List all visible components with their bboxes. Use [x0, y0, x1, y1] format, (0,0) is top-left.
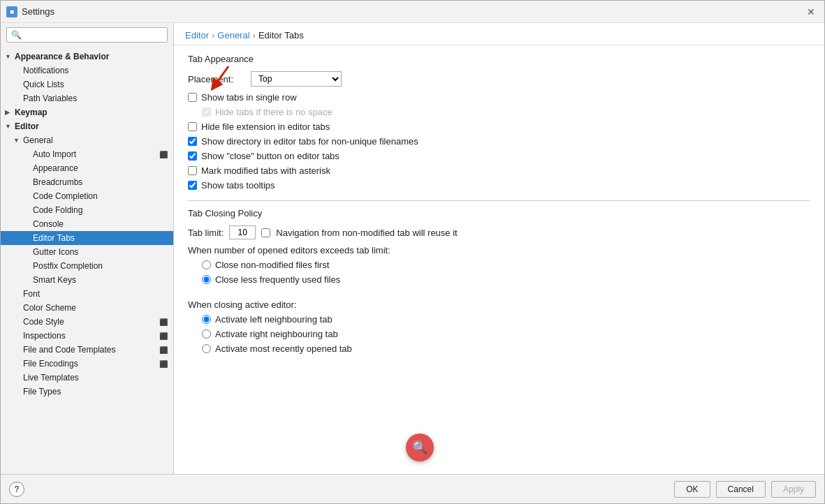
sidebar-item-label: Keymap: [15, 108, 48, 117]
sidebar-item-label: Path Variables: [23, 94, 77, 103]
title-bar-left: ■ Settings: [6, 6, 54, 17]
ok-button[interactable]: OK: [674, 481, 710, 498]
checkbox-tabs-single-row[interactable]: [188, 93, 197, 102]
checkbox-label-hide-tabs-no-space: Hide tabs if there is no space: [215, 107, 333, 117]
sidebar-item-label: File and Code Templates: [23, 345, 116, 355]
search-input[interactable]: [24, 30, 163, 40]
sidebar-item-label: Editor Tabs: [33, 233, 75, 243]
tab-limit-label: Tab limit:: [188, 228, 224, 238]
radio-label-activate-right: Activate right neighbouring tab: [215, 329, 338, 339]
sidebar-tree: ▼Appearance & BehaviorNotificationsQuick…: [1, 47, 173, 474]
sidebar-item-font[interactable]: Font: [1, 287, 173, 301]
sidebar-item-live-templates[interactable]: Live Templates: [1, 371, 173, 385]
checkbox-label-hide-file-extension: Hide file extension in editor tabs: [201, 121, 330, 132]
checkbox-mark-modified[interactable]: [188, 166, 197, 175]
sidebar-item-label: Console: [33, 219, 64, 229]
settings-dialog: ■ Settings ✕ 🔍 ▼Appearance & BehaviorNot…: [0, 0, 825, 504]
tab-limit-input[interactable]: [229, 225, 256, 239]
sidebar-item-postfix-completion[interactable]: Postfix Completion: [1, 259, 173, 273]
dialog-footer: ? OK Cancel Apply: [1, 474, 824, 503]
nav-reuse-label: Navigation from non-modified tab will re…: [276, 228, 457, 238]
radio-close-less-frequent[interactable]: [202, 275, 211, 284]
breadcrumb-editor[interactable]: Editor: [185, 30, 209, 40]
sidebar-item-code-completion[interactable]: Code Completion: [1, 189, 173, 203]
sidebar-item-auto-import[interactable]: Auto Import⬛: [1, 147, 173, 161]
app-icon: ■: [6, 6, 17, 17]
placement-select[interactable]: TopBottomLeftRightNone: [251, 71, 342, 87]
nav-reuse-checkbox[interactable]: [261, 228, 270, 237]
checkbox-row-mark-modified: Mark modified tabs with asterisk: [188, 165, 810, 176]
main-content: Editor › General › Editor Tabs Tab Appea…: [174, 23, 824, 474]
radio-label-close-non-modified: Close non-modified files first: [215, 260, 329, 270]
search-icon: 🔍: [11, 30, 22, 40]
checkbox-label-tabs-single-row: Show tabs in single row: [201, 92, 297, 103]
sidebar-item-appearance[interactable]: Appearance: [1, 161, 173, 175]
sidebar-item-label: Postfix Completion: [33, 261, 103, 271]
sidebar-item-label: Font: [23, 289, 40, 299]
closing-options: Activate left neighbouring tabActivate r…: [188, 314, 810, 354]
sidebar-item-inspections[interactable]: Inspections⬛: [1, 329, 173, 343]
checkbox-row-hide-file-extension: Hide file extension in editor tabs: [188, 121, 810, 132]
tab-limit-row: Tab limit: Navigation from non-modified …: [188, 225, 810, 239]
closing-radio-row-activate-recent: Activate most recently opened tab: [202, 343, 810, 354]
cancel-button[interactable]: Cancel: [716, 481, 766, 498]
radio-activate-recent[interactable]: [202, 344, 211, 353]
sidebar-item-file-encodings[interactable]: File Encodings⬛: [1, 357, 173, 371]
item-badge: ⬛: [159, 318, 168, 326]
sidebar-item-label: File Encodings: [23, 359, 78, 369]
sidebar-item-color-scheme[interactable]: Color Scheme: [1, 301, 173, 315]
checkbox-row-show-tooltips: Show tabs tooltips: [188, 180, 810, 191]
sidebar-item-label: File Types: [23, 387, 61, 396]
sidebar-item-label: Code Folding: [33, 205, 82, 215]
apply-button[interactable]: Apply: [771, 481, 816, 498]
sidebar-item-label: Appearance & Behavior: [15, 52, 109, 61]
item-badge: ⬛: [159, 151, 168, 158]
sidebar-item-console[interactable]: Console: [1, 217, 173, 231]
radio-label-activate-recent: Activate most recently opened tab: [215, 343, 352, 354]
radio-activate-right[interactable]: [202, 329, 211, 339]
dialog-title: Settings: [22, 6, 54, 17]
sidebar-item-notifications[interactable]: Notifications: [1, 64, 173, 77]
sidebar-item-gutter-icons[interactable]: Gutter Icons: [1, 245, 173, 259]
sidebar-item-appearance-behavior[interactable]: ▼Appearance & Behavior: [1, 50, 173, 64]
magnifier-button[interactable]: 🔍: [406, 433, 434, 461]
breadcrumb-general[interactable]: General: [217, 30, 249, 40]
checkbox-show-directory[interactable]: [188, 137, 197, 146]
sidebar-item-code-folding[interactable]: Code Folding: [1, 203, 173, 217]
checkbox-hide-file-extension[interactable]: [188, 122, 197, 131]
checkbox-label-show-directory: Show directory in editor tabs for non-un…: [201, 136, 418, 147]
radio-activate-left[interactable]: [202, 315, 211, 324]
radio-close-non-modified[interactable]: [202, 260, 211, 269]
sidebar-item-quick-lists[interactable]: Quick Lists: [1, 77, 173, 91]
checkbox-show-close-btn[interactable]: [188, 151, 197, 161]
sidebar-item-label: Notifications: [23, 66, 68, 75]
dialog-body: 🔍 ▼Appearance & BehaviorNotificationsQui…: [1, 23, 824, 474]
checkbox-show-tooltips[interactable]: [188, 181, 197, 190]
sidebar-item-file-code-templates[interactable]: File and Code Templates⬛: [1, 343, 173, 357]
sidebar-item-general[interactable]: ▼General: [1, 133, 173, 147]
help-button[interactable]: ?: [9, 482, 24, 497]
expand-arrow: ▶: [5, 109, 13, 116]
expand-arrow: ▼: [5, 53, 13, 60]
sidebar-item-path-variables[interactable]: Path Variables: [1, 91, 173, 105]
exceed-options: Close non-modified files firstClose less…: [188, 260, 810, 285]
search-box[interactable]: 🔍: [6, 27, 168, 43]
sidebar-item-label: Gutter Icons: [33, 247, 78, 257]
sidebar-item-label: Inspections: [23, 331, 66, 341]
sidebar-item-keymap[interactable]: ▶Keymap: [1, 105, 173, 119]
sidebar-item-code-style[interactable]: Code Style⬛: [1, 315, 173, 329]
checkbox-row-show-directory: Show directory in editor tabs for non-un…: [188, 136, 810, 147]
checkbox-label-show-tooltips: Show tabs tooltips: [201, 180, 275, 191]
sidebar-item-file-types[interactable]: File Types: [1, 385, 173, 399]
sidebar-item-editor[interactable]: ▼Editor: [1, 119, 173, 133]
sidebar-item-smart-keys[interactable]: Smart Keys: [1, 273, 173, 287]
section-divider: [188, 200, 810, 201]
sidebar-item-breadcrumbs[interactable]: Breadcrumbs: [1, 175, 173, 189]
sidebar-item-editor-tabs[interactable]: Editor Tabs: [1, 231, 173, 245]
title-bar: ■ Settings ✕: [1, 1, 824, 23]
sidebar-item-label: Code Style: [23, 317, 64, 327]
closing-radio-row-activate-right: Activate right neighbouring tab: [202, 329, 810, 339]
footer-left: ?: [9, 482, 24, 497]
close-button[interactable]: ✕: [803, 4, 819, 20]
breadcrumb-sep-2: ›: [253, 30, 256, 40]
